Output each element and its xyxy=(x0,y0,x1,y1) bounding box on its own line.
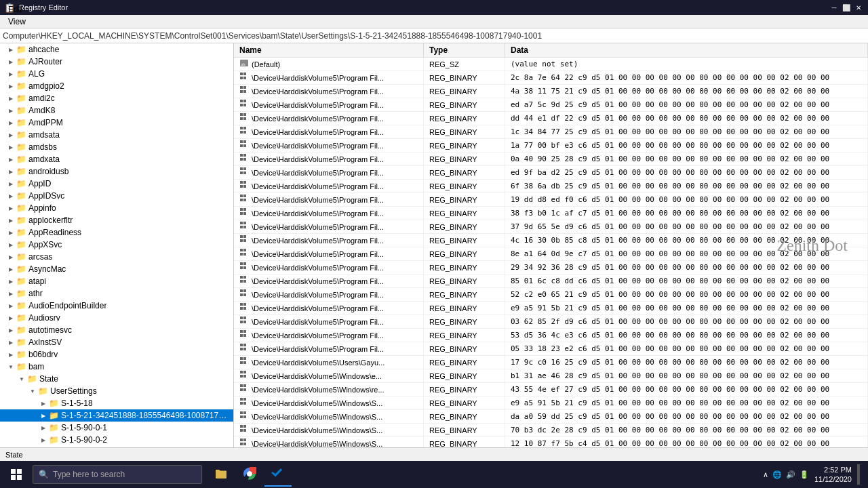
table-row[interactable]: \Device\HarddiskVolume5\Program Fil...RE… xyxy=(234,193,868,207)
tree-item-Appinfo[interactable]: ▶📁Appinfo xyxy=(0,202,233,214)
table-row[interactable]: \Device\HarddiskVolume5\Windows\S...REG_… xyxy=(234,424,868,437)
tree-item-AppXSvc[interactable]: ▶📁AppXSvc xyxy=(0,239,233,251)
tree-item-amdi2c[interactable]: ▶📁amdi2c xyxy=(0,92,233,104)
tray-up-arrow[interactable]: ∧ xyxy=(763,470,768,479)
tree-item-ALG[interactable]: ▶📁ALG xyxy=(0,68,233,80)
tree-item-androidusb[interactable]: ▶📁androidusb xyxy=(0,165,233,178)
tree-expand-atapi[interactable]: ▶ xyxy=(5,279,16,285)
tree-expand-athr[interactable]: ▶ xyxy=(5,291,16,297)
tree-expand-AppReadiness[interactable]: ▶ xyxy=(5,230,16,236)
table-row[interactable]: \Device\HarddiskVolume5\Program Fil...RE… xyxy=(234,234,868,247)
table-row[interactable]: \Device\HarddiskVolume5\Program Fil...RE… xyxy=(234,220,868,234)
tree-item-ahcache[interactable]: ▶📁ahcache xyxy=(0,43,233,56)
tree-panel[interactable]: ▶📁ahcache▶📁AJRouter▶📁ALG▶📁amdgpio2▶📁amdi… xyxy=(0,43,234,447)
minimize-button[interactable]: ─ xyxy=(829,3,840,12)
tree-expand-AsyncMac[interactable]: ▶ xyxy=(5,266,16,272)
tree-expand-AmdK8[interactable]: ▶ xyxy=(5,108,16,114)
tree-expand-Audiosrv[interactable]: ▶ xyxy=(5,315,16,321)
tree-expand-S-1-5-90-0-1[interactable]: ▶ xyxy=(38,425,49,431)
tree-item-amdsbs[interactable]: ▶📁amdsbs xyxy=(0,141,233,153)
tree-item-AppIDSvc[interactable]: ▶📁AppIDSvc xyxy=(0,190,233,202)
tree-item-S-1-5-90-0-2[interactable]: ▶📁S-1-5-90-0-2 xyxy=(0,434,233,446)
table-row[interactable]: \Device\HarddiskVolume5\Program Fil...RE… xyxy=(234,315,868,329)
tree-item-S-1-5-18[interactable]: ▶📁S-1-5-18 xyxy=(0,397,233,409)
tree-expand-amdgpio2[interactable]: ▶ xyxy=(5,83,16,89)
tree-expand-S-1-5-90-0-2[interactable]: ▶ xyxy=(38,437,49,443)
close-button[interactable]: ✕ xyxy=(853,3,864,12)
menu-item-view[interactable]: View xyxy=(3,16,47,28)
table-row[interactable]: \Device\HarddiskVolume5\Program Fil...RE… xyxy=(234,288,868,302)
taskbar-app-chrome[interactable] xyxy=(236,462,263,487)
tree-item-AsyncMac[interactable]: ▶📁AsyncMac xyxy=(0,263,233,275)
tree-item-AudioEndpointBuilder[interactable]: ▶📁AudioEndpointBuilder xyxy=(0,300,233,312)
table-row[interactable]: \Device\HarddiskVolume5\Program Fil...RE… xyxy=(234,71,868,85)
table-row[interactable]: \Device\HarddiskVolume5\Program Fil...RE… xyxy=(234,342,868,356)
tree-expand-ALG[interactable]: ▶ xyxy=(5,71,16,77)
tree-expand-amdsbs[interactable]: ▶ xyxy=(5,144,16,150)
tree-item-autotimesvc[interactable]: ▶📁autotimesvc xyxy=(0,324,233,336)
table-row[interactable]: \Device\HarddiskVolume5\Windows\S...REG_… xyxy=(234,396,868,410)
table-row[interactable]: \Device\HarddiskVolume5\Program Fil...RE… xyxy=(234,302,868,315)
tree-expand-b06bdrv[interactable]: ▶ xyxy=(5,352,16,358)
tree-expand-ahcache[interactable]: ▶ xyxy=(5,47,16,53)
tree-item-b06bdrv[interactable]: ▶📁b06bdrv xyxy=(0,348,233,361)
tree-item-S-1-5-90-0-3[interactable]: ▶📁S-1-5-90-0-3 xyxy=(0,446,233,447)
table-row[interactable]: \Device\HarddiskVolume5\Program Fil...RE… xyxy=(234,207,868,220)
tree-item-applockerfltr[interactable]: ▶📁applockerfltr xyxy=(0,214,233,226)
tree-expand-UserSettings[interactable]: ▼ xyxy=(27,388,38,394)
tree-expand-AppIDSvc[interactable]: ▶ xyxy=(5,193,16,199)
tree-expand-applockerfltr[interactable]: ▶ xyxy=(5,218,16,224)
tree-item-UserSettings[interactable]: ▼📁UserSettings xyxy=(0,385,233,397)
table-row[interactable]: \Device\HarddiskVolume5\Program Fil...RE… xyxy=(234,112,868,125)
start-button[interactable] xyxy=(3,462,30,487)
tree-item-AJRouter[interactable]: ▶📁AJRouter xyxy=(0,56,233,68)
tree-item-AmdPPM[interactable]: ▶📁AmdPPM xyxy=(0,117,233,129)
tree-expand-Appinfo[interactable]: ▶ xyxy=(5,205,16,211)
tree-item-athr[interactable]: ▶📁athr xyxy=(0,287,233,300)
table-row[interactable]: \Device\HarddiskVolume5\Program Fil...RE… xyxy=(234,247,868,261)
tree-expand-AudioEndpointBuilder[interactable]: ▶ xyxy=(5,303,16,309)
tree-expand-amdi2c[interactable]: ▶ xyxy=(5,96,16,102)
tree-expand-AxInstSV[interactable]: ▶ xyxy=(5,340,16,346)
table-row[interactable]: \Device\HarddiskVolume5\Windows\S...REG_… xyxy=(234,410,868,424)
taskbar-app-explorer[interactable] xyxy=(208,462,235,487)
taskbar-app-vs[interactable] xyxy=(264,462,292,487)
menu-item-edit[interactable]: Edit xyxy=(3,3,47,16)
tree-item-AppReadiness[interactable]: ▶📁AppReadiness xyxy=(0,226,233,239)
values-panel[interactable]: Name Type Data ab(Default)REG_SZ(value n… xyxy=(234,43,868,447)
table-row[interactable]: \Device\HarddiskVolume5\Program Fil...RE… xyxy=(234,180,868,193)
show-desktop-button[interactable] xyxy=(857,464,860,485)
table-row[interactable]: ab(Default)REG_SZ(value not set) xyxy=(234,58,868,71)
table-row[interactable]: \Device\HarddiskVolume5\Program Fil...RE… xyxy=(234,125,868,139)
tree-expand-bam[interactable]: ▼ xyxy=(5,364,16,370)
table-row[interactable]: \Device\HarddiskVolume5\Program Fil...RE… xyxy=(234,329,868,342)
tree-expand-arcsas[interactable]: ▶ xyxy=(5,254,16,260)
table-row[interactable]: \Device\HarddiskVolume5\Program Fil...RE… xyxy=(234,98,868,112)
tree-expand-State[interactable]: ▼ xyxy=(16,376,27,382)
table-row[interactable]: \Device\HarddiskVolume5\Users\Gayu...REG… xyxy=(234,356,868,369)
clock[interactable]: 2:52 PM 11/12/2020 xyxy=(814,465,852,485)
table-row[interactable]: \Device\HarddiskVolume5\Windows\e...REG_… xyxy=(234,369,868,383)
tree-item-amdxata[interactable]: ▶📁amdxata xyxy=(0,153,233,165)
tree-item-Audiosrv[interactable]: ▶📁Audiosrv xyxy=(0,312,233,324)
tree-item-AppID[interactable]: ▶📁AppID xyxy=(0,178,233,190)
tree-item-S-1-5-21-selected[interactable]: ▶📁S-1-5-21-342451888-1855546498-10087179… xyxy=(0,409,233,422)
table-row[interactable]: \Device\HarddiskVolume5\Windows\re...REG… xyxy=(234,383,868,396)
table-row[interactable]: \Device\HarddiskVolume5\Program Fil...RE… xyxy=(234,85,868,98)
restore-button[interactable]: ⬜ xyxy=(841,3,852,12)
tree-expand-androidusb[interactable]: ▶ xyxy=(5,169,16,175)
tree-item-AmdK8[interactable]: ▶📁AmdK8 xyxy=(0,104,233,117)
tree-expand-AppID[interactable]: ▶ xyxy=(5,181,16,187)
table-row[interactable]: \Device\HarddiskVolume5\Windows\S...REG_… xyxy=(234,437,868,447)
table-row[interactable]: \Device\HarddiskVolume5\Program Fil...RE… xyxy=(234,261,868,274)
tree-expand-amdsata[interactable]: ▶ xyxy=(5,132,16,138)
tree-expand-AppXSvc[interactable]: ▶ xyxy=(5,242,16,248)
tree-item-AxInstSV[interactable]: ▶📁AxInstSV xyxy=(0,336,233,348)
tree-item-amdgpio2[interactable]: ▶📁amdgpio2 xyxy=(0,80,233,92)
tree-expand-AJRouter[interactable]: ▶ xyxy=(5,59,16,65)
tree-item-bam[interactable]: ▼📁bam xyxy=(0,361,233,373)
tree-expand-S-1-5-18[interactable]: ▶ xyxy=(38,401,49,407)
tree-item-State[interactable]: ▼📁State xyxy=(0,373,233,385)
table-row[interactable]: \Device\HarddiskVolume5\Program Fil...RE… xyxy=(234,152,868,166)
tree-expand-amdxata[interactable]: ▶ xyxy=(5,157,16,163)
